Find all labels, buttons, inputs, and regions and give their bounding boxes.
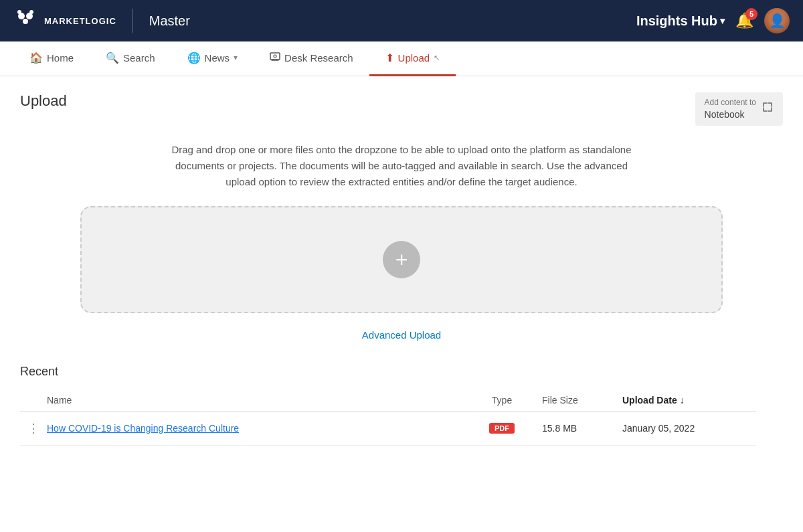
row-name-link[interactable]: How COVID-19 is Changing Research Cultur…	[47, 423, 239, 434]
col-header-upload-date[interactable]: Upload Date ↓	[622, 395, 756, 406]
upload-description: Drag and drop one or more files onto the…	[161, 142, 642, 190]
svg-point-7	[274, 55, 276, 58]
recent-title: Recent	[20, 365, 756, 379]
notification-bell[interactable]: 🔔 5	[735, 12, 753, 29]
nav-item-search[interactable]: 🔍 Search	[90, 41, 171, 76]
top-nav-right: Insights Hub ▾ 🔔 5 👤	[636, 8, 790, 33]
table-header: Name Type File Size Upload Date ↓	[20, 389, 756, 412]
col-spacer	[20, 395, 47, 406]
insights-hub-caret: ▾	[720, 15, 725, 26]
page-title: Upload	[20, 92, 67, 110]
row-menu-icon[interactable]: ⋮	[20, 421, 47, 436]
col-header-file-size: File Size	[542, 395, 622, 406]
top-nav-left: MARKETLOGIC Master	[13, 7, 190, 35]
col-header-type: Type	[462, 395, 542, 406]
notebook-btn-line1: Add content to	[705, 98, 756, 108]
insights-hub-label: Insights Hub	[636, 13, 717, 29]
row-name: How COVID-19 is Changing Research Cultur…	[47, 423, 462, 434]
main-content: Upload Add content to Notebook Drag and …	[0, 76, 803, 532]
notification-badge: 5	[745, 8, 757, 20]
svg-point-5	[29, 10, 33, 14]
avatar[interactable]: 👤	[764, 8, 790, 33]
logo-area[interactable]: MARKETLOGIC	[13, 7, 116, 35]
upload-cursor: ↖	[434, 54, 440, 62]
desk-research-icon	[270, 51, 280, 64]
nav-item-desk-research[interactable]: Desk Research	[254, 41, 369, 76]
logo-icon	[13, 7, 37, 35]
dropzone[interactable]: +	[80, 206, 723, 313]
plus-circle-icon: +	[383, 241, 420, 278]
secondary-nav: 🏠 Home 🔍 Search 🌐 News ▾ Desk Research ⬆…	[0, 41, 803, 76]
news-caret-icon: ▾	[234, 53, 238, 62]
nav-item-search-label: Search	[123, 52, 155, 64]
recent-section: Recent Name Type File Size Upload Date ↓…	[20, 365, 756, 446]
logo-text: MARKETLOGIC	[44, 16, 116, 26]
avatar-image: 👤	[764, 8, 790, 33]
add-to-notebook-button[interactable]: Add content to Notebook	[695, 92, 783, 126]
search-icon: 🔍	[106, 52, 119, 64]
nav-item-home-label: Home	[47, 52, 74, 64]
row-upload-date: January 05, 2022	[622, 423, 756, 434]
nav-item-upload[interactable]: ⬆ Upload ↖	[369, 41, 456, 76]
table-row: ⋮ How COVID-19 is Changing Research Cult…	[20, 412, 756, 446]
advanced-upload-link[interactable]: Advanced Upload	[20, 329, 783, 341]
row-type: PDF	[462, 422, 542, 434]
nav-item-home[interactable]: 🏠 Home	[13, 41, 90, 76]
nav-divider	[132, 9, 133, 33]
svg-point-4	[17, 10, 21, 14]
svg-point-3	[23, 19, 28, 24]
pdf-badge: PDF	[489, 423, 515, 434]
page-header: Upload Add content to Notebook	[20, 92, 783, 126]
nav-item-news[interactable]: 🌐 News ▾	[171, 41, 254, 76]
insights-hub-button[interactable]: Insights Hub ▾	[636, 13, 725, 29]
nav-item-news-label: News	[205, 52, 230, 64]
nav-item-desk-research-label: Desk Research	[284, 52, 353, 64]
nav-item-upload-label: Upload	[398, 52, 430, 64]
top-nav: MARKETLOGIC Master Insights Hub ▾ 🔔 5 👤	[0, 0, 803, 41]
notebook-btn-text: Add content to Notebook	[705, 98, 756, 120]
home-icon: 🏠	[29, 52, 43, 64]
row-file-size: 15.8 MB	[542, 423, 622, 434]
col-header-name: Name	[47, 395, 462, 406]
expand-icon	[762, 101, 774, 117]
sort-arrow-icon: ↓	[680, 395, 685, 406]
globe-icon: 🌐	[187, 52, 201, 64]
svg-rect-6	[270, 53, 280, 60]
nav-title: Master	[149, 13, 190, 29]
notebook-btn-line2: Notebook	[705, 108, 756, 120]
upload-icon: ⬆	[385, 52, 394, 64]
